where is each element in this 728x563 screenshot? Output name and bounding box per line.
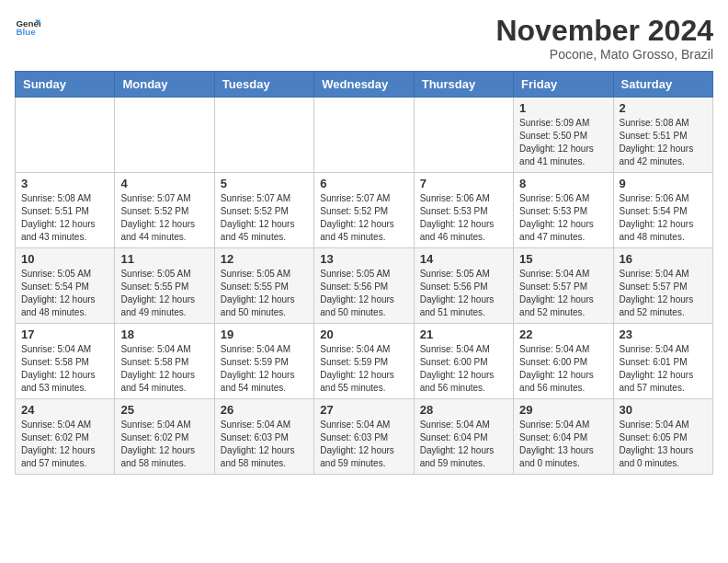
calendar-cell: 17Sunrise: 5:04 AM Sunset: 5:58 PM Dayli…: [16, 324, 115, 399]
calendar-cell: [16, 98, 115, 173]
calendar-table: SundayMondayTuesdayWednesdayThursdayFrid…: [15, 71, 713, 475]
calendar-cell: 30Sunrise: 5:04 AM Sunset: 6:05 PM Dayli…: [613, 399, 712, 475]
day-info: Sunrise: 5:08 AM Sunset: 5:51 PM Dayligh…: [620, 117, 707, 168]
calendar-cell: 13Sunrise: 5:05 AM Sunset: 5:56 PM Dayli…: [314, 248, 414, 324]
day-info: Sunrise: 5:05 AM Sunset: 5:56 PM Dayligh…: [420, 268, 507, 319]
day-number: 11: [120, 252, 208, 266]
day-info: Sunrise: 5:04 AM Sunset: 5:59 PM Dayligh…: [221, 343, 308, 395]
month-title: November 2024: [495, 15, 713, 47]
calendar-cell: 18Sunrise: 5:04 AM Sunset: 5:58 PM Dayli…: [115, 324, 214, 399]
day-number: 15: [519, 252, 607, 266]
day-number: 28: [420, 403, 507, 417]
day-number: 23: [620, 327, 707, 341]
calendar-cell: 4Sunrise: 5:07 AM Sunset: 5:52 PM Daylig…: [115, 173, 214, 248]
weekday-header-monday: Monday: [115, 72, 214, 98]
calendar-cell: [115, 98, 214, 173]
day-info: Sunrise: 5:04 AM Sunset: 6:02 PM Dayligh…: [21, 419, 108, 470]
calendar-cell: 25Sunrise: 5:04 AM Sunset: 6:02 PM Dayli…: [115, 399, 214, 475]
day-info: Sunrise: 5:04 AM Sunset: 6:01 PM Dayligh…: [620, 343, 707, 395]
day-number: 22: [519, 327, 607, 341]
day-info: Sunrise: 5:04 AM Sunset: 5:58 PM Dayligh…: [21, 343, 108, 395]
day-info: Sunrise: 5:04 AM Sunset: 6:05 PM Dayligh…: [620, 419, 707, 470]
logo: General Blue: [15, 15, 40, 40]
calendar-cell: 2Sunrise: 5:08 AM Sunset: 5:51 PM Daylig…: [613, 98, 712, 173]
day-number: 19: [221, 327, 308, 341]
day-info: Sunrise: 5:05 AM Sunset: 5:55 PM Dayligh…: [221, 268, 308, 319]
calendar-cell: 6Sunrise: 5:07 AM Sunset: 5:52 PM Daylig…: [314, 173, 414, 248]
day-info: Sunrise: 5:06 AM Sunset: 5:53 PM Dayligh…: [519, 192, 607, 244]
calendar-cell: 21Sunrise: 5:04 AM Sunset: 6:00 PM Dayli…: [414, 324, 513, 399]
calendar-cell: 27Sunrise: 5:04 AM Sunset: 6:03 PM Dayli…: [314, 399, 414, 475]
calendar-cell: 20Sunrise: 5:04 AM Sunset: 5:59 PM Dayli…: [314, 324, 414, 399]
calendar-cell: 10Sunrise: 5:05 AM Sunset: 5:54 PM Dayli…: [16, 248, 115, 324]
calendar-cell: 15Sunrise: 5:04 AM Sunset: 5:57 PM Dayli…: [514, 248, 613, 324]
day-info: Sunrise: 5:04 AM Sunset: 6:04 PM Dayligh…: [420, 419, 507, 470]
day-number: 4: [120, 177, 208, 190]
calendar-cell: 16Sunrise: 5:04 AM Sunset: 5:57 PM Dayli…: [613, 248, 712, 324]
weekday-header-sunday: Sunday: [16, 72, 115, 98]
calendar-cell: 5Sunrise: 5:07 AM Sunset: 5:52 PM Daylig…: [214, 173, 313, 248]
day-info: Sunrise: 5:06 AM Sunset: 5:53 PM Dayligh…: [420, 192, 507, 244]
day-number: 7: [420, 177, 507, 190]
logo-icon: General Blue: [15, 15, 40, 40]
calendar-cell: 24Sunrise: 5:04 AM Sunset: 6:02 PM Dayli…: [16, 399, 115, 475]
day-number: 1: [519, 101, 607, 115]
day-number: 26: [221, 403, 308, 417]
day-number: 20: [320, 327, 407, 341]
day-info: Sunrise: 5:04 AM Sunset: 6:02 PM Dayligh…: [120, 419, 208, 470]
calendar-cell: 7Sunrise: 5:06 AM Sunset: 5:53 PM Daylig…: [414, 173, 513, 248]
day-info: Sunrise: 5:04 AM Sunset: 6:00 PM Dayligh…: [420, 343, 507, 395]
day-number: 12: [221, 252, 308, 266]
calendar-cell: 22Sunrise: 5:04 AM Sunset: 6:00 PM Dayli…: [514, 324, 613, 399]
calendar-cell: 3Sunrise: 5:08 AM Sunset: 5:51 PM Daylig…: [16, 173, 115, 248]
day-number: 3: [21, 177, 108, 190]
day-info: Sunrise: 5:09 AM Sunset: 5:50 PM Dayligh…: [519, 117, 607, 168]
calendar-cell: 19Sunrise: 5:04 AM Sunset: 5:59 PM Dayli…: [214, 324, 313, 399]
day-number: 29: [519, 403, 607, 417]
svg-text:Blue: Blue: [16, 27, 36, 37]
day-number: 10: [21, 252, 108, 266]
day-info: Sunrise: 5:04 AM Sunset: 6:04 PM Dayligh…: [519, 419, 607, 470]
calendar-cell: 23Sunrise: 5:04 AM Sunset: 6:01 PM Dayli…: [613, 324, 712, 399]
day-number: 21: [420, 327, 507, 341]
calendar-cell: 12Sunrise: 5:05 AM Sunset: 5:55 PM Dayli…: [214, 248, 313, 324]
title-block: November 2024 Pocone, Mato Grosso, Brazi…: [495, 15, 713, 62]
weekday-header-tuesday: Tuesday: [214, 72, 313, 98]
week-row-1: 1Sunrise: 5:09 AM Sunset: 5:50 PM Daylig…: [16, 98, 713, 173]
day-number: 17: [21, 327, 108, 341]
day-number: 30: [620, 403, 707, 417]
weekday-header-thursday: Thursday: [414, 72, 513, 98]
calendar-cell: 26Sunrise: 5:04 AM Sunset: 6:03 PM Dayli…: [214, 399, 313, 475]
calendar-cell: 8Sunrise: 5:06 AM Sunset: 5:53 PM Daylig…: [514, 173, 613, 248]
day-info: Sunrise: 5:07 AM Sunset: 5:52 PM Dayligh…: [120, 192, 208, 244]
day-number: 5: [221, 177, 308, 190]
week-row-5: 24Sunrise: 5:04 AM Sunset: 6:02 PM Dayli…: [16, 399, 713, 475]
day-info: Sunrise: 5:05 AM Sunset: 5:54 PM Dayligh…: [21, 268, 108, 319]
week-row-2: 3Sunrise: 5:08 AM Sunset: 5:51 PM Daylig…: [16, 173, 713, 248]
calendar-cell: [314, 98, 414, 173]
day-info: Sunrise: 5:04 AM Sunset: 5:57 PM Dayligh…: [620, 268, 707, 319]
calendar-cell: 14Sunrise: 5:05 AM Sunset: 5:56 PM Dayli…: [414, 248, 513, 324]
location-subtitle: Pocone, Mato Grosso, Brazil: [495, 47, 713, 62]
day-info: Sunrise: 5:04 AM Sunset: 5:57 PM Dayligh…: [519, 268, 607, 319]
day-number: 6: [320, 177, 407, 190]
day-info: Sunrise: 5:04 AM Sunset: 5:59 PM Dayligh…: [320, 343, 407, 395]
day-info: Sunrise: 5:07 AM Sunset: 5:52 PM Dayligh…: [221, 192, 308, 244]
day-number: 14: [420, 252, 507, 266]
weekday-header-row: SundayMondayTuesdayWednesdayThursdayFrid…: [16, 72, 713, 98]
day-info: Sunrise: 5:05 AM Sunset: 5:55 PM Dayligh…: [120, 268, 208, 319]
calendar-cell: 29Sunrise: 5:04 AM Sunset: 6:04 PM Dayli…: [514, 399, 613, 475]
day-number: 27: [320, 403, 407, 417]
day-number: 2: [620, 101, 707, 115]
day-number: 8: [519, 177, 607, 190]
day-info: Sunrise: 5:04 AM Sunset: 6:00 PM Dayligh…: [519, 343, 607, 395]
day-number: 13: [320, 252, 407, 266]
calendar-cell: 1Sunrise: 5:09 AM Sunset: 5:50 PM Daylig…: [514, 98, 613, 173]
day-number: 16: [620, 252, 707, 266]
weekday-header-friday: Friday: [514, 72, 613, 98]
calendar-cell: 9Sunrise: 5:06 AM Sunset: 5:54 PM Daylig…: [613, 173, 712, 248]
day-info: Sunrise: 5:05 AM Sunset: 5:56 PM Dayligh…: [320, 268, 407, 319]
day-info: Sunrise: 5:08 AM Sunset: 5:51 PM Dayligh…: [21, 192, 108, 244]
day-info: Sunrise: 5:04 AM Sunset: 6:03 PM Dayligh…: [221, 419, 308, 470]
day-number: 9: [620, 177, 707, 190]
